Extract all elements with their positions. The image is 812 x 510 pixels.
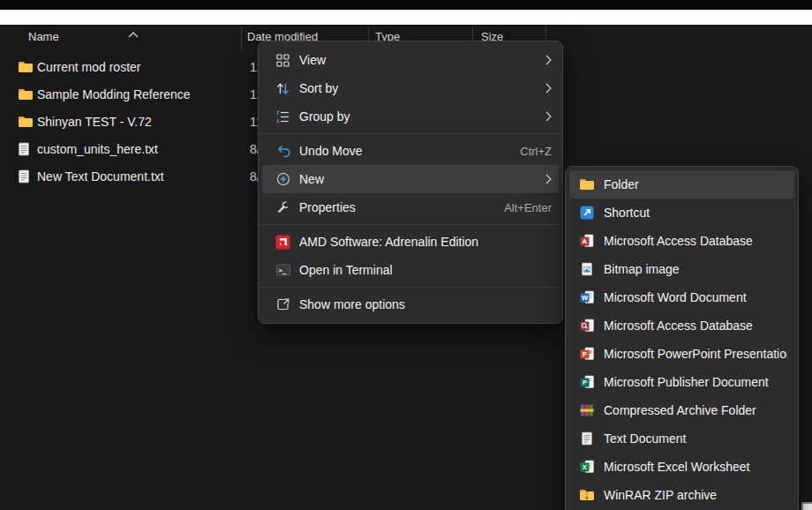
svg-text:X: X [582, 463, 586, 471]
svg-text:>_: >_ [278, 266, 287, 274]
title-bar-strip [0, 10, 812, 25]
menu-item-group-by[interactable]: Group by [262, 102, 559, 131]
publisher-icon: P [578, 375, 595, 389]
bitmap-image-icon [578, 262, 595, 276]
background-window-corner [801, 502, 812, 510]
sort-ascending-icon [128, 26, 139, 41]
menu-item-properties[interactable]: Properties Alt+Enter [262, 193, 559, 221]
menu-separator [259, 287, 561, 288]
menu-separator [259, 224, 561, 225]
text-file-icon [578, 431, 595, 446]
svg-text:P: P [582, 350, 586, 358]
undo-icon [274, 145, 291, 158]
text-file-icon [18, 142, 30, 156]
show-more-icon [274, 297, 291, 311]
top-black-bar [0, 0, 812, 10]
chevron-right-icon [545, 111, 552, 122]
svg-text:A: A [582, 237, 587, 245]
context-menu: View Sort by Group by [258, 41, 563, 324]
powerpoint-icon: P [578, 347, 595, 361]
submenu-item-bitmap-image[interactable]: Bitmap image [569, 255, 794, 283]
access-database-icon: A [578, 234, 595, 248]
word-document-icon: W [578, 290, 595, 304]
zip-folder-icon [578, 489, 595, 501]
menu-item-new[interactable]: New [262, 165, 559, 193]
excel-worksheet-icon: X [578, 460, 595, 474]
chevron-right-icon [545, 174, 552, 184]
sort-icon [274, 82, 291, 95]
svg-text:P: P [582, 379, 586, 386]
folder-icon [18, 88, 34, 101]
shortcut-text: Ctrl+Z [520, 145, 552, 158]
menu-item-sort-by[interactable]: Sort by [262, 74, 559, 102]
submenu-item-powerpoint-presentation[interactable]: P Microsoft PowerPoint Presentation [569, 340, 794, 368]
menu-item-amd-software[interactable]: AMD Software: Adrenalin Edition [262, 228, 559, 256]
access-database-legacy-icon [578, 319, 595, 333]
submenu-item-shortcut[interactable]: Shortcut [569, 199, 794, 227]
menu-item-open-in-terminal[interactable]: >_ Show more options Open in Terminal [262, 256, 559, 284]
submenu-item-access-database-legacy[interactable]: Microsoft Access Database [569, 311, 794, 340]
chevron-right-icon [545, 83, 552, 94]
amd-icon [274, 235, 291, 250]
shortcut-icon [578, 206, 595, 220]
submenu-item-text-document[interactable]: Text Document [569, 424, 794, 453]
terminal-icon: >_ [274, 263, 291, 277]
wrench-icon [274, 200, 291, 214]
folder-icon [578, 178, 595, 191]
menu-separator [259, 133, 561, 134]
menu-item-show-more-options[interactable]: Show more options [262, 290, 559, 319]
text-file-icon [18, 169, 30, 184]
winrar-books-icon [578, 403, 595, 417]
submenu-item-access-database[interactable]: A Microsoft Access Database [569, 227, 794, 255]
column-divider[interactable] [241, 26, 242, 50]
submenu-item-folder[interactable]: Folder [569, 170, 794, 199]
folder-icon [18, 61, 34, 73]
folder-icon [18, 116, 34, 128]
chevron-right-icon [545, 55, 552, 65]
explorer-window: Name Date modified Type Size Current mod… [0, 0, 812, 510]
menu-item-view[interactable]: View [262, 46, 559, 74]
view-grid-icon [274, 54, 291, 67]
submenu-item-publisher-document[interactable]: P Microsoft Publisher Document [569, 368, 794, 396]
new-plus-icon [274, 172, 291, 186]
menu-item-undo-move[interactable]: Undo Move Ctrl+Z [262, 137, 559, 165]
group-by-icon [274, 110, 291, 124]
submenu-item-excel-worksheet[interactable]: X Microsoft Excel Worksheet [569, 453, 794, 481]
submenu-item-winrar-zip-archive[interactable]: WinRAR ZIP archive [569, 481, 794, 509]
column-header-name[interactable]: Name [28, 30, 59, 43]
svg-text:W: W [581, 294, 588, 302]
submenu-item-compressed-archive-folder[interactable]: Compressed Archive Folder [569, 396, 794, 424]
submenu-item-word-document[interactable]: W Microsoft Word Document [569, 283, 794, 311]
new-submenu: Folder Shortcut A Microsoft Access Datab… [565, 166, 799, 510]
shortcut-text: Alt+Enter [504, 201, 552, 214]
